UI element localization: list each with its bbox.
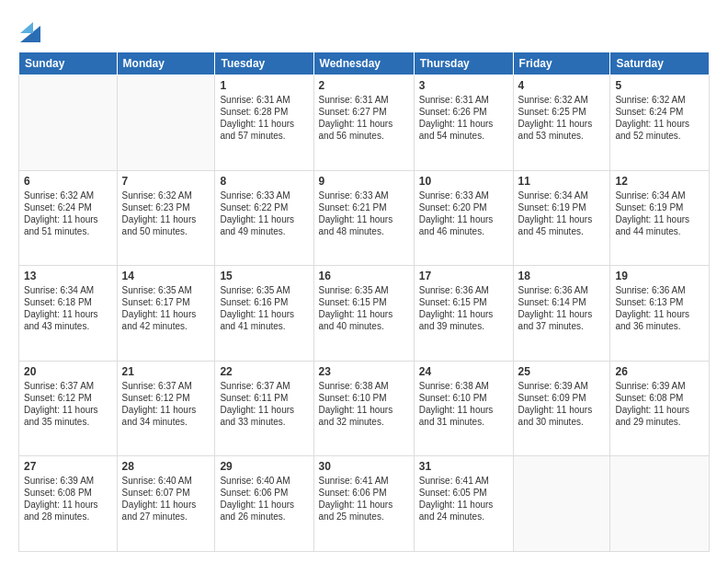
sunrise-text: Sunrise: 6:39 AM bbox=[518, 380, 606, 392]
daylight-text: Daylight: 11 hours and 31 minutes. bbox=[419, 404, 508, 428]
calendar-cell: 28Sunrise: 6:40 AMSunset: 6:07 PMDayligh… bbox=[117, 456, 215, 552]
day-number: 26 bbox=[615, 365, 704, 378]
day-number: 29 bbox=[220, 460, 308, 473]
calendar-cell: 30Sunrise: 6:41 AMSunset: 6:06 PMDayligh… bbox=[313, 456, 414, 552]
header-row: SundayMondayTuesdayWednesdayThursdayFrid… bbox=[19, 52, 710, 75]
sunrise-text: Sunrise: 6:39 AM bbox=[615, 380, 704, 392]
day-number: 6 bbox=[24, 175, 112, 188]
day-of-week-header: Friday bbox=[513, 52, 610, 75]
daylight-text: Daylight: 11 hours and 43 minutes. bbox=[24, 308, 112, 332]
day-number: 1 bbox=[220, 79, 308, 92]
calendar-cell: 21Sunrise: 6:37 AMSunset: 6:12 PMDayligh… bbox=[117, 361, 215, 456]
day-number: 15 bbox=[220, 270, 308, 282]
daylight-text: Daylight: 11 hours and 48 minutes. bbox=[319, 213, 409, 237]
header bbox=[18, 17, 710, 42]
day-number: 2 bbox=[319, 79, 409, 92]
sunset-text: Sunset: 6:12 PM bbox=[24, 392, 112, 404]
calendar-cell: 11Sunrise: 6:34 AMSunset: 6:19 PMDayligh… bbox=[513, 170, 610, 266]
calendar-week-row: 1Sunrise: 6:31 AMSunset: 6:28 PMDaylight… bbox=[19, 75, 710, 171]
calendar-cell: 10Sunrise: 6:33 AMSunset: 6:20 PMDayligh… bbox=[414, 170, 513, 266]
daylight-text: Daylight: 11 hours and 50 minutes. bbox=[122, 213, 210, 237]
calendar-cell: 12Sunrise: 6:34 AMSunset: 6:19 PMDayligh… bbox=[610, 170, 710, 266]
daylight-text: Daylight: 11 hours and 27 minutes. bbox=[122, 499, 210, 523]
day-number: 22 bbox=[220, 365, 308, 378]
daylight-text: Daylight: 11 hours and 42 minutes. bbox=[122, 308, 210, 332]
calendar-cell bbox=[117, 75, 215, 171]
sunset-text: Sunset: 6:24 PM bbox=[24, 201, 112, 213]
day-number: 19 bbox=[615, 270, 704, 282]
sunset-text: Sunset: 6:24 PM bbox=[615, 106, 704, 118]
daylight-text: Daylight: 11 hours and 51 minutes. bbox=[24, 213, 112, 237]
calendar-cell: 8Sunrise: 6:33 AMSunset: 6:22 PMDaylight… bbox=[215, 170, 313, 266]
sunset-text: Sunset: 6:06 PM bbox=[220, 487, 308, 499]
calendar-cell: 15Sunrise: 6:35 AMSunset: 6:16 PMDayligh… bbox=[215, 266, 313, 362]
sunset-text: Sunset: 6:16 PM bbox=[220, 296, 308, 308]
sunset-text: Sunset: 6:14 PM bbox=[518, 296, 606, 308]
calendar-cell: 2Sunrise: 6:31 AMSunset: 6:27 PMDaylight… bbox=[313, 75, 414, 171]
day-number: 4 bbox=[518, 79, 606, 92]
daylight-text: Daylight: 11 hours and 25 minutes. bbox=[319, 499, 409, 523]
calendar-cell: 3Sunrise: 6:31 AMSunset: 6:26 PMDaylight… bbox=[414, 75, 513, 171]
sunrise-text: Sunrise: 6:31 AM bbox=[319, 94, 409, 106]
sunrise-text: Sunrise: 6:36 AM bbox=[518, 284, 606, 296]
sunrise-text: Sunrise: 6:34 AM bbox=[615, 190, 704, 201]
sunrise-text: Sunrise: 6:38 AM bbox=[319, 380, 409, 392]
sunset-text: Sunset: 6:07 PM bbox=[122, 487, 210, 499]
page: SundayMondayTuesdayWednesdayThursdayFrid… bbox=[0, 0, 728, 563]
sunrise-text: Sunrise: 6:33 AM bbox=[220, 190, 308, 201]
day-number: 12 bbox=[615, 175, 704, 188]
calendar-cell: 23Sunrise: 6:38 AMSunset: 6:10 PMDayligh… bbox=[313, 361, 414, 456]
sunset-text: Sunset: 6:25 PM bbox=[518, 106, 606, 118]
sunrise-text: Sunrise: 6:32 AM bbox=[615, 94, 704, 106]
day-number: 20 bbox=[24, 365, 112, 378]
calendar-cell: 24Sunrise: 6:38 AMSunset: 6:10 PMDayligh… bbox=[414, 361, 513, 456]
sunrise-text: Sunrise: 6:33 AM bbox=[419, 190, 508, 201]
sunset-text: Sunset: 6:26 PM bbox=[419, 106, 508, 118]
calendar-cell: 25Sunrise: 6:39 AMSunset: 6:09 PMDayligh… bbox=[513, 361, 610, 456]
day-of-week-header: Sunday bbox=[19, 52, 118, 75]
day-number: 7 bbox=[122, 175, 210, 188]
sunrise-text: Sunrise: 6:41 AM bbox=[319, 475, 409, 487]
daylight-text: Daylight: 11 hours and 24 minutes. bbox=[419, 499, 508, 523]
calendar-header: SundayMondayTuesdayWednesdayThursdayFrid… bbox=[19, 52, 710, 75]
sunset-text: Sunset: 6:11 PM bbox=[220, 392, 308, 404]
calendar-cell: 9Sunrise: 6:33 AMSunset: 6:21 PMDaylight… bbox=[313, 170, 414, 266]
calendar-cell bbox=[513, 456, 610, 552]
daylight-text: Daylight: 11 hours and 29 minutes. bbox=[615, 404, 704, 428]
sunset-text: Sunset: 6:22 PM bbox=[220, 201, 308, 213]
day-number: 24 bbox=[419, 365, 508, 378]
calendar-cell: 14Sunrise: 6:35 AMSunset: 6:17 PMDayligh… bbox=[117, 266, 215, 362]
sunrise-text: Sunrise: 6:41 AM bbox=[419, 475, 508, 487]
daylight-text: Daylight: 11 hours and 28 minutes. bbox=[24, 499, 112, 523]
calendar-cell bbox=[610, 456, 710, 552]
day-number: 9 bbox=[319, 175, 409, 188]
sunrise-text: Sunrise: 6:39 AM bbox=[24, 475, 112, 487]
sunset-text: Sunset: 6:28 PM bbox=[220, 106, 308, 118]
day-number: 11 bbox=[518, 175, 606, 188]
day-number: 30 bbox=[319, 460, 409, 473]
day-number: 18 bbox=[518, 270, 606, 282]
calendar-body: 1Sunrise: 6:31 AMSunset: 6:28 PMDaylight… bbox=[19, 75, 710, 552]
day-of-week-header: Monday bbox=[117, 52, 215, 75]
sunset-text: Sunset: 6:27 PM bbox=[319, 106, 409, 118]
day-number: 8 bbox=[220, 175, 308, 188]
sunrise-text: Sunrise: 6:38 AM bbox=[419, 380, 508, 392]
calendar-cell: 13Sunrise: 6:34 AMSunset: 6:18 PMDayligh… bbox=[19, 266, 118, 362]
sunset-text: Sunset: 6:10 PM bbox=[319, 392, 409, 404]
calendar-week-row: 27Sunrise: 6:39 AMSunset: 6:08 PMDayligh… bbox=[19, 456, 710, 552]
daylight-text: Daylight: 11 hours and 52 minutes. bbox=[615, 118, 704, 142]
sunrise-text: Sunrise: 6:33 AM bbox=[319, 190, 409, 201]
daylight-text: Daylight: 11 hours and 57 minutes. bbox=[220, 118, 308, 142]
day-number: 28 bbox=[122, 460, 210, 473]
sunrise-text: Sunrise: 6:34 AM bbox=[518, 190, 606, 201]
daylight-text: Daylight: 11 hours and 49 minutes. bbox=[220, 213, 308, 237]
sunset-text: Sunset: 6:06 PM bbox=[319, 487, 409, 499]
day-number: 17 bbox=[419, 270, 508, 282]
calendar-cell: 17Sunrise: 6:36 AMSunset: 6:15 PMDayligh… bbox=[414, 266, 513, 362]
sunset-text: Sunset: 6:20 PM bbox=[419, 201, 508, 213]
calendar-cell: 26Sunrise: 6:39 AMSunset: 6:08 PMDayligh… bbox=[610, 361, 710, 456]
daylight-text: Daylight: 11 hours and 39 minutes. bbox=[419, 308, 508, 332]
calendar-cell: 4Sunrise: 6:32 AMSunset: 6:25 PMDaylight… bbox=[513, 75, 610, 171]
sunset-text: Sunset: 6:09 PM bbox=[518, 392, 606, 404]
sunrise-text: Sunrise: 6:40 AM bbox=[220, 475, 308, 487]
